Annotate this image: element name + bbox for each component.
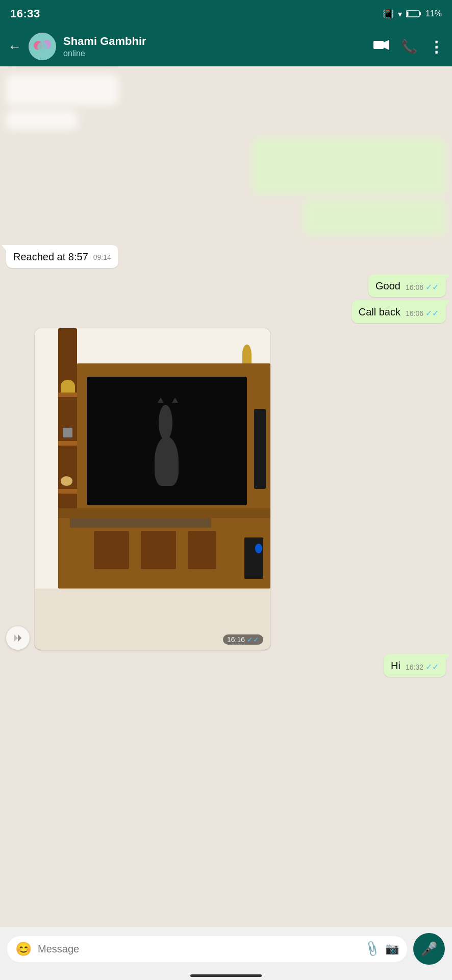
image-message-row: 16:16 ✓✓ (6, 328, 446, 650)
vibrate-icon: 📳 (383, 8, 394, 19)
contact-name: Shami Gambhir (63, 35, 366, 48)
blurred-area (6, 75, 446, 235)
nav-indicator (190, 974, 262, 977)
msg-row: Reached at 8:57 09:14 (6, 245, 446, 268)
battery-icon (406, 10, 421, 18)
image-ticks: ✓✓ (247, 635, 259, 644)
message-meta: 16:06 ✓✓ (406, 282, 439, 292)
input-bar: 😊 📎 📷 🎤 (0, 927, 452, 980)
message-meta: 16:32 ✓✓ (406, 662, 439, 672)
image-bubble[interactable]: 16:16 ✓✓ (35, 328, 270, 650)
message-text: Call back (359, 306, 400, 317)
status-icons: 📳 ▾ 11% (383, 8, 442, 19)
emoji-button[interactable]: 😊 (15, 941, 32, 957)
message-bubble-outgoing: Call back 16:06 ✓✓ (351, 300, 446, 323)
message-text: Good (375, 280, 400, 291)
message-bubble-outgoing: Hi 16:32 ✓✓ (384, 654, 446, 677)
message-input[interactable] (38, 943, 359, 955)
avatar[interactable] (29, 33, 56, 60)
msg-row: Hi 16:32 ✓✓ (6, 654, 446, 677)
message-ticks: ✓✓ (425, 308, 439, 318)
phone-call-button[interactable]: 📞 (401, 39, 417, 55)
menu-button[interactable]: ⋮ (429, 38, 444, 56)
attach-button[interactable]: 📎 (363, 940, 381, 958)
message-time: 16:32 (406, 663, 423, 671)
message-text: Reached at 8:57 (13, 251, 88, 262)
blurred-msg-2 (6, 110, 78, 130)
video-call-button[interactable] (373, 38, 390, 55)
message-time: 16:06 (406, 309, 423, 317)
status-bar: 16:33 📳 ▾ 11% (0, 0, 452, 27)
chat-header: ← Shami Gambhir online 📞 ⋮ (0, 27, 452, 66)
msg-row: Call back 16:06 ✓✓ (6, 300, 446, 323)
mic-icon: 🎤 (421, 941, 437, 957)
message-meta: 16:06 ✓✓ (406, 308, 439, 318)
header-info: Shami Gambhir online (63, 35, 366, 58)
chat-body: Reached at 8:57 09:14 Good 16:06 ✓✓ Call… (0, 66, 452, 914)
image-timestamp: 16:16 ✓✓ (223, 634, 263, 645)
message-time: 09:14 (93, 253, 111, 261)
svg-rect-1 (419, 12, 421, 15)
status-time: 16:33 (10, 7, 40, 20)
blurred-msg-3 (252, 138, 446, 194)
svg-rect-7 (373, 41, 384, 49)
message-ticks: ✓✓ (425, 282, 439, 292)
image-time: 16:16 (227, 635, 245, 644)
svg-rect-2 (407, 12, 408, 16)
message-bubble-outgoing: Good 16:06 ✓✓ (368, 274, 446, 297)
message-time: 16:06 (406, 283, 423, 291)
blurred-msg-4 (303, 199, 446, 235)
wifi-icon: ▾ (398, 9, 402, 19)
msg-row: Good 16:06 ✓✓ (6, 274, 446, 297)
svg-point-6 (37, 42, 47, 52)
mic-button[interactable]: 🎤 (413, 933, 445, 965)
forward-button[interactable] (6, 626, 30, 650)
battery-percent: 11% (425, 9, 442, 18)
message-meta: 09:14 (93, 253, 111, 261)
input-field-wrapper: 😊 📎 📷 (7, 936, 407, 962)
camera-button[interactable]: 📷 (385, 942, 399, 955)
svg-marker-8 (384, 40, 389, 50)
message-text: Hi (391, 660, 400, 671)
contact-status: online (63, 49, 366, 58)
message-bubble-incoming: Reached at 8:57 09:14 (6, 245, 118, 268)
back-button[interactable]: ← (8, 39, 21, 55)
blurred-msg-1 (6, 75, 118, 105)
message-ticks: ✓✓ (425, 662, 439, 672)
header-actions: 📞 ⋮ (373, 38, 444, 56)
